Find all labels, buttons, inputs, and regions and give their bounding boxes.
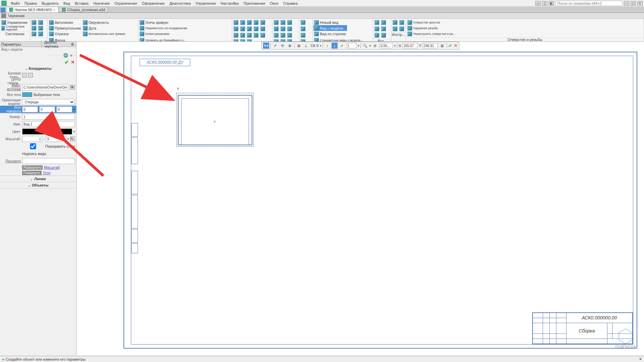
open-button[interactable] <box>31 25 37 31</box>
insert-btn[interactable] <box>381 19 387 25</box>
file-browse-icon[interactable]: 👁 <box>70 85 75 90</box>
dim-btn[interactable] <box>246 19 252 25</box>
constraint-btn[interactable] <box>273 26 279 32</box>
zoom-input[interactable] <box>380 43 393 48</box>
menu-settings[interactable]: Настройка <box>219 1 241 6</box>
undo-button[interactable] <box>38 25 44 31</box>
insert-btn[interactable] <box>374 26 380 32</box>
dim-btn[interactable] <box>260 26 266 32</box>
redo-button[interactable] <box>38 31 44 37</box>
orientation-select[interactable]: Спереди <box>22 99 75 105</box>
pencil-icon[interactable]: ✎▾ <box>263 43 269 49</box>
section-coordinates[interactable]: Координаты <box>0 65 76 71</box>
color-dropdown-icon[interactable]: ▾ <box>73 130 75 133</box>
dim-btn[interactable] <box>260 19 266 25</box>
layout-btn-1[interactable]: ▭ <box>535 1 541 6</box>
y-input[interactable] <box>423 43 438 48</box>
zoom-out-icon[interactable]: ⊖ <box>372 43 378 49</box>
rot-x-input[interactable] <box>22 106 38 112</box>
tab-assembly[interactable]: Сборка_основная.a3d <box>59 7 108 12</box>
circle-button[interactable]: Окружность <box>82 19 126 25</box>
auxline-button[interactable]: Вспомогатель-ная прямая <box>82 31 126 37</box>
insert-btn[interactable] <box>374 19 380 25</box>
dim-btn[interactable] <box>240 19 246 25</box>
trim-button[interactable]: Усечь кривую <box>139 19 188 25</box>
coord-icon[interactable]: ⊞ <box>439 43 445 49</box>
menu-window[interactable]: Окно <box>268 1 281 6</box>
tool-btn[interactable] <box>399 19 405 25</box>
sk-label[interactable]: СК 0 <box>310 44 318 48</box>
menu-insert[interactable]: Вставка <box>73 1 91 6</box>
dim-btn[interactable] <box>246 32 252 38</box>
section-lines[interactable]: Линии <box>0 176 76 182</box>
tab-drawing[interactable]: Чертеж БЕЗ ИМЕНИ3 ✕ <box>6 7 59 12</box>
number-input[interactable] <box>22 114 75 120</box>
insert-btn[interactable] <box>374 32 380 38</box>
constraint-btn[interactable] <box>280 26 286 32</box>
constraint-btn[interactable] <box>280 32 286 38</box>
scale-den-input[interactable] <box>46 136 66 142</box>
hole-simple-button[interactable]: Отверстие простое <box>407 19 456 25</box>
tab-add-icon[interactable] <box>1 8 5 12</box>
thread-button[interactable]: Наружная резьба <box>407 25 456 31</box>
scale-num-input[interactable] <box>22 136 42 142</box>
rot-y-input[interactable] <box>39 106 55 112</box>
new-view-button[interactable]: Новый вид <box>313 19 347 25</box>
dim-btn[interactable] <box>240 32 246 38</box>
layout-btn-3[interactable]: ◧ <box>549 1 554 6</box>
scale-icon[interactable]: ⤢ <box>339 43 345 49</box>
window-maximize[interactable]: ▢ <box>631 1 636 6</box>
menu-apps[interactable]: Приложения <box>242 1 267 6</box>
autoline-button[interactable]: Автолиния <box>48 19 82 25</box>
menu-edit[interactable]: Правка <box>22 1 39 6</box>
management-button[interactable]: Управление <box>1 19 29 25</box>
dim-btn[interactable] <box>253 32 259 38</box>
scale-pick-icon[interactable]: ✎ <box>70 137 75 141</box>
menu-help[interactable]: Справка <box>281 1 300 6</box>
dim-btn[interactable] <box>253 19 259 25</box>
dim-btn[interactable] <box>253 26 259 32</box>
basepoint-btn1[interactable] <box>22 73 27 77</box>
basepoint-btn2[interactable] <box>28 73 33 77</box>
window-close[interactable]: ✕ <box>637 1 643 6</box>
preview-link[interactable]: Просмотр <box>1 159 21 163</box>
constraint-btn[interactable] <box>287 19 293 25</box>
tool-btn[interactable]: ⟲ <box>279 43 285 49</box>
constraint-btn[interactable] <box>287 26 293 32</box>
menu-manage[interactable]: Управление <box>193 1 218 6</box>
tool-btn[interactable]: ↗ <box>272 43 278 49</box>
constraint-btn[interactable] <box>273 32 279 38</box>
tab-close-icon[interactable]: ✕ <box>53 8 56 11</box>
section-objects[interactable]: Объекты <box>0 182 76 188</box>
scale-input[interactable] <box>346 43 356 48</box>
preview-input[interactable] <box>22 158 75 164</box>
align-icon[interactable]: ↕ <box>324 43 330 49</box>
dim-btn[interactable] <box>233 26 239 32</box>
new-button[interactable] <box>31 19 37 25</box>
rot-z-input[interactable] <box>56 106 72 112</box>
tool-btn[interactable] <box>392 26 398 32</box>
color-picker[interactable] <box>22 128 72 135</box>
canvas-cancel-icon[interactable]: ✕ <box>454 43 458 48</box>
tool-btn[interactable]: ⊕ <box>287 43 293 49</box>
command-search-input[interactable] <box>555 1 623 6</box>
menu-diagnostics[interactable]: Диагностика <box>167 1 193 6</box>
canvas-confirm-icon[interactable]: ✔ <box>448 43 452 48</box>
dim-btn[interactable] <box>260 32 266 38</box>
menu-format[interactable]: Оформление <box>140 1 166 6</box>
obj-btn[interactable] <box>300 19 306 25</box>
x-input[interactable] <box>402 43 417 48</box>
copy-button[interactable]: Копия указанием <box>139 31 188 37</box>
menu-select[interactable]: Выделить <box>40 1 61 6</box>
window-minimize[interactable]: — <box>624 1 629 6</box>
scale-dropdown-icon[interactable]: ▾ <box>67 138 69 141</box>
angle-link[interactable]: Угол <box>43 171 51 175</box>
menu-drawing[interactable]: Черчение <box>91 1 112 6</box>
rot-dropdown-icon[interactable]: ▾ <box>73 108 75 111</box>
zoom-icon[interactable]: 🔍 <box>362 43 368 49</box>
rebuild-holes-button[interactable]: Перестроить отверстия и ре... <box>407 31 456 37</box>
snap-icon[interactable]: ⊥ <box>303 43 309 49</box>
dim-btn[interactable] <box>240 26 246 32</box>
confirm-icon[interactable]: ✔ <box>64 59 69 65</box>
cancel-icon[interactable]: ✕ <box>71 59 75 65</box>
